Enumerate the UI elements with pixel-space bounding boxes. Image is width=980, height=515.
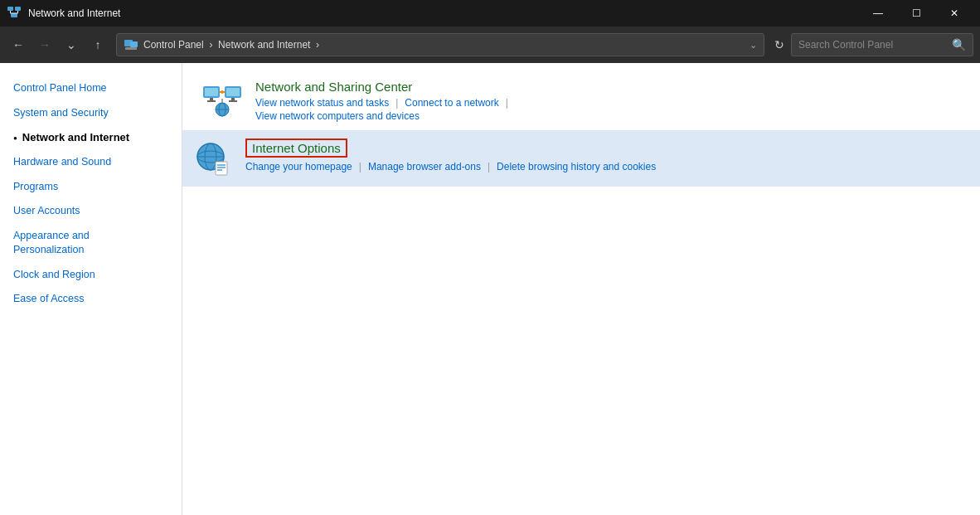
svg-rect-27 <box>216 162 227 175</box>
sidebar-item-network-internet[interactable]: Network and Internet <box>0 125 182 150</box>
svg-rect-15 <box>231 98 235 100</box>
network-sharing-links-2: View network computers and devices <box>255 110 960 122</box>
sidebar-item-ease-of-access[interactable]: Ease of Access <box>0 287 182 312</box>
sidebar: Control Panel Home System and Security N… <box>0 63 182 515</box>
link-change-homepage[interactable]: Change your homepage <box>245 161 352 172</box>
sidebar-item-control-panel-home[interactable]: Control Panel Home <box>0 76 182 101</box>
window-title: Network and Internet <box>28 7 859 19</box>
svg-rect-1 <box>15 7 21 11</box>
svg-rect-0 <box>7 7 13 11</box>
internet-options-links: Change your homepage | Manage browser ad… <box>245 161 656 172</box>
network-sharing-icon <box>202 80 242 119</box>
search-box[interactable]: 🔍 <box>791 33 973 56</box>
svg-rect-7 <box>130 41 138 47</box>
title-bar: Network and Internet — ☐ ✕ <box>0 0 980 27</box>
address-text: Control Panel › Network and Internet › <box>143 39 746 51</box>
network-sharing-links: View network status and tasks | Connect … <box>255 97 960 109</box>
network-sharing-title[interactable]: Network and Sharing Center <box>255 80 960 94</box>
search-icon[interactable]: 🔍 <box>952 38 966 51</box>
address-box[interactable]: Control Panel › Network and Internet › ⌄ <box>116 33 764 56</box>
sidebar-item-clock-region[interactable]: Clock and Region <box>0 263 182 288</box>
svg-point-18 <box>221 90 224 94</box>
svg-rect-12 <box>207 100 216 102</box>
search-input[interactable] <box>798 39 952 51</box>
sidebar-item-system-security[interactable]: System and Security <box>0 101 182 126</box>
up-button[interactable]: ↑ <box>86 33 109 56</box>
app-icon <box>7 6 22 21</box>
close-button[interactable]: ✕ <box>935 0 973 27</box>
internet-options-section: Internet Options Change your homepage | … <box>182 130 980 187</box>
refresh-button[interactable]: ↻ <box>771 35 788 55</box>
internet-options-content: Internet Options Change your homepage | … <box>245 138 656 174</box>
svg-rect-8 <box>125 47 137 50</box>
address-dropdown-arrow[interactable]: ⌄ <box>750 40 757 51</box>
main-container: Control Panel Home System and Security N… <box>0 63 980 515</box>
address-icon <box>124 37 138 52</box>
internet-options-title[interactable]: Internet Options <box>245 138 347 158</box>
network-sharing-content: Network and Sharing Center View network … <box>255 80 960 124</box>
link-connect-to-network[interactable]: Connect to a network <box>405 97 498 109</box>
back-button[interactable]: ← <box>7 33 30 56</box>
svg-rect-10 <box>205 88 218 96</box>
svg-rect-14 <box>226 88 240 96</box>
sidebar-item-programs[interactable]: Programs <box>0 175 182 200</box>
svg-rect-11 <box>210 98 213 100</box>
internet-options-icon <box>192 138 232 178</box>
sidebar-item-appearance[interactable]: Appearance andPersonalization <box>0 224 182 263</box>
forward-button[interactable]: → <box>33 33 56 56</box>
link-manage-browser-addons[interactable]: Manage browser add-ons <box>368 161 481 172</box>
sidebar-item-hardware-sound[interactable]: Hardware and Sound <box>0 150 182 175</box>
sidebar-item-user-accounts[interactable]: User Accounts <box>0 199 182 224</box>
network-sharing-section: Network and Sharing Center View network … <box>202 80 960 124</box>
maximize-button[interactable]: ☐ <box>897 0 935 27</box>
link-delete-browsing-history[interactable]: Delete browsing history and cookies <box>497 161 656 172</box>
content-area: Network and Sharing Center View network … <box>182 63 980 515</box>
svg-rect-16 <box>229 100 237 102</box>
link-view-network-status[interactable]: View network status and tasks <box>255 97 389 109</box>
window-controls: — ☐ ✕ <box>859 0 973 27</box>
dropdown-button[interactable]: ⌄ <box>60 33 83 56</box>
svg-rect-2 <box>11 13 17 17</box>
address-bar: ← → ⌄ ↑ Control Panel › Network and Inte… <box>0 27 980 63</box>
internet-options-title-wrapper: Internet Options <box>245 138 656 158</box>
link-view-network-computers[interactable]: View network computers and devices <box>255 110 420 122</box>
minimize-button[interactable]: — <box>859 0 897 27</box>
